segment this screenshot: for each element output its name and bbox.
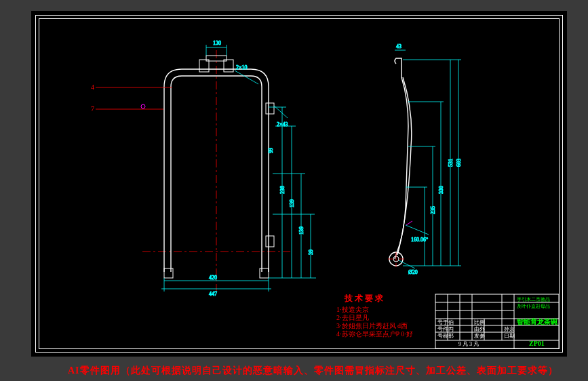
- dim-side-hole: Ø20: [408, 269, 418, 275]
- tech-req-2: 2·去日星凡: [336, 314, 369, 321]
- svg-line-47: [399, 260, 415, 268]
- tb-scale: 比例: [474, 319, 485, 325]
- tb-part-name: 智能育龙茶碗: [516, 318, 557, 325]
- dim-side-h2: 531: [448, 159, 454, 167]
- tb-date: 日期: [504, 333, 515, 339]
- svg-rect-7: [266, 103, 274, 114]
- svg-rect-4: [199, 60, 209, 72]
- dim-side-angle: 160.06°: [411, 237, 428, 243]
- dim-side-h4: 235: [430, 206, 436, 214]
- dim-slot-w: 2×10: [236, 64, 248, 71]
- svg-point-11: [141, 104, 145, 108]
- dim-h2: 139: [289, 199, 295, 207]
- tb-draw: 号于伯: [437, 319, 454, 325]
- tb-sign: 号称部: [437, 333, 454, 339]
- drawing-sheet: 4 7 130 2×10 2×43: [31, 11, 567, 357]
- tech-req-title: 技 术 要 求: [344, 294, 384, 303]
- dim-h5: 99: [268, 148, 274, 153]
- tb-unit: 9 凡 3 凡: [458, 341, 479, 347]
- svg-rect-3: [260, 268, 269, 278]
- tech-requirements: 技 术 要 求 1·技造尖京 2·去日星凡 3·於姐焦日片秀赶风 d西 4·苏弥…: [336, 294, 413, 338]
- balloon-b: 7: [91, 105, 94, 113]
- footer-note: AI零件图用（此处可根据说明自己设计的恶意暗输入、零件图需冒指标注尺寸、加工公差…: [68, 365, 558, 377]
- drawing-canvas: 4 7 130 2×10 2×43: [31, 11, 567, 357]
- balloon-a: 4: [91, 83, 94, 91]
- dim-side-h1: 603: [456, 159, 462, 167]
- svg-line-15: [235, 71, 258, 84]
- svg-rect-5: [224, 60, 233, 72]
- main-view: 4 7 130 2×10 2×43: [91, 40, 316, 297]
- tb-proj1: 手引木二京教品: [517, 297, 550, 302]
- cad-viewport: 4 7 130 2×10 2×43: [0, 0, 588, 381]
- svg-rect-2: [164, 268, 173, 278]
- tech-req-3: 3·於姐焦日片秀赶风 d西: [336, 322, 408, 329]
- tb-by: 由外: [474, 326, 485, 332]
- tb-approve: 孙京: [504, 326, 515, 332]
- tb-check: 号件丙: [437, 326, 454, 332]
- tb-proj2: 及叶仆直赶母品: [517, 304, 550, 309]
- tb-code: ZP01: [529, 340, 545, 347]
- tb-qty: 发参: [474, 333, 485, 339]
- dim-w2: 447: [209, 291, 217, 297]
- dim-top: 130: [213, 40, 221, 46]
- dim-side-h3: 330: [438, 186, 444, 194]
- title-block: 手引木二京教品 及叶仆直赶母品 智能育龙茶碗 ZP01 号于伯 号件丙 号称部 …: [435, 294, 559, 348]
- dim-w1: 420: [209, 275, 217, 281]
- dim-h4: 39: [308, 249, 314, 255]
- svg-line-46: [406, 225, 429, 235]
- dim-side-top: 43: [396, 43, 401, 49]
- tech-req-1: 1·技造尖京: [336, 306, 369, 313]
- svg-line-34: [406, 221, 412, 225]
- dim-h1: 238: [279, 186, 286, 194]
- side-view: 43 603 531 330 235: [388, 43, 462, 275]
- svg-rect-8: [266, 236, 274, 247]
- dim-h3: 139: [298, 226, 305, 235]
- svg-line-16: [274, 106, 288, 118]
- tech-req-4: 4·苏弥仑早采至点户P 0·好: [336, 330, 413, 338]
